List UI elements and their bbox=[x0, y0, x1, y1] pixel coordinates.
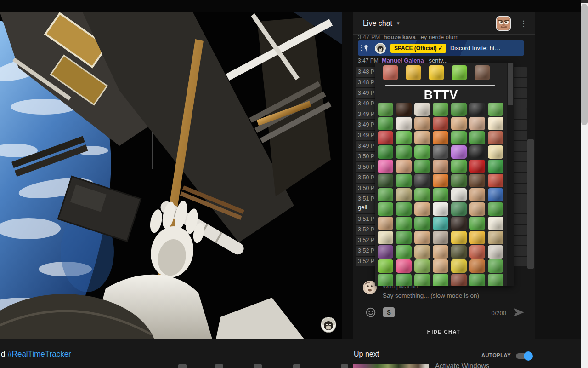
rage-red-emote[interactable] bbox=[378, 131, 393, 144]
pikachu-emote[interactable] bbox=[451, 231, 467, 244]
dancer-silhouette-emote[interactable] bbox=[469, 145, 485, 159]
devil-frog-emote[interactable] bbox=[378, 145, 393, 159]
chat-username[interactable]: houze kava bbox=[384, 34, 416, 40]
f-press-emote[interactable] bbox=[396, 188, 412, 201]
ricardo-face-emote[interactable] bbox=[488, 131, 503, 144]
next-video-thumbnail-sliver[interactable] bbox=[353, 364, 429, 368]
birb-emote-tab[interactable] bbox=[406, 65, 421, 80]
drive-frog-emote[interactable] bbox=[488, 259, 503, 273]
anime-blonde-emote[interactable] bbox=[488, 145, 503, 159]
emoji-picker-icon[interactable] bbox=[366, 307, 376, 317]
autoplay-toggle[interactable] bbox=[516, 353, 531, 359]
cap-bro-emote[interactable] bbox=[469, 202, 485, 216]
hulk-face-emote[interactable] bbox=[451, 174, 467, 187]
forsen-face-emote[interactable] bbox=[433, 259, 448, 273]
grin-guy-emote[interactable] bbox=[414, 131, 430, 144]
pistol-frog-emote[interactable] bbox=[488, 202, 503, 216]
sleep-face-emote[interactable] bbox=[414, 231, 430, 244]
coffee-cup-emote[interactable] bbox=[396, 103, 412, 116]
yellow-monster-emote[interactable] bbox=[451, 259, 467, 273]
sad-duck-emote-tab[interactable] bbox=[429, 65, 444, 80]
pinned-kebab-menu-icon[interactable]: ⋮ bbox=[358, 46, 365, 50]
send-icon[interactable] bbox=[514, 308, 525, 317]
browser-scrollbar[interactable] bbox=[581, 0, 588, 368]
think-no-emote[interactable] bbox=[469, 231, 485, 244]
popcorn-juggle-emote[interactable] bbox=[488, 217, 503, 230]
thinking-guy-emote[interactable] bbox=[414, 174, 430, 187]
chat-scrollbar-thumb[interactable] bbox=[527, 139, 534, 269]
alien-dance-emote[interactable] bbox=[378, 259, 393, 273]
clap-frog-emote[interactable] bbox=[469, 131, 485, 144]
pinned-message-banner[interactable]: SPACE (Official) ✓ Discord Invite: ht… ⋮ bbox=[358, 40, 524, 56]
share-button-sliver[interactable] bbox=[254, 364, 262, 368]
witch-peepo-emote[interactable] bbox=[451, 245, 467, 259]
okay-frog-emote[interactable] bbox=[378, 188, 393, 201]
pog-face-emote[interactable] bbox=[451, 117, 467, 130]
toilet-frog-emote[interactable] bbox=[451, 188, 467, 201]
kebab-menu-icon[interactable]: ⋮ bbox=[520, 20, 527, 28]
pog-frog-emote[interactable] bbox=[451, 131, 467, 144]
monka-stare-emote[interactable] bbox=[414, 274, 430, 286]
channel-avatar[interactable] bbox=[375, 43, 386, 54]
brick-hide-emote[interactable] bbox=[451, 274, 467, 286]
sonic-frog-emote[interactable] bbox=[488, 160, 503, 173]
laughing-frog-emote[interactable] bbox=[488, 103, 503, 116]
wheel-frog-emote[interactable] bbox=[488, 274, 503, 286]
pepega-2-emote[interactable] bbox=[433, 274, 448, 286]
point-frog-emote[interactable] bbox=[396, 274, 412, 286]
white-blob-emote[interactable] bbox=[396, 117, 412, 130]
bald-head-emote[interactable] bbox=[469, 117, 485, 130]
beret-frog-emote[interactable] bbox=[469, 274, 485, 286]
hood-peepo-emote[interactable] bbox=[414, 259, 430, 273]
gachi-purple-emote[interactable] bbox=[378, 245, 393, 259]
video-player[interactable] bbox=[0, 12, 342, 339]
hotdog-frog-emote[interactable] bbox=[414, 217, 430, 230]
gun-frog-emote[interactable] bbox=[378, 117, 393, 130]
picker-scrollbar[interactable] bbox=[507, 63, 514, 286]
pepega-frog-emote[interactable] bbox=[396, 131, 412, 144]
rain-frog-emote[interactable] bbox=[488, 188, 503, 201]
robot-frog-emote[interactable] bbox=[451, 202, 467, 216]
rage-face-emote-tab[interactable] bbox=[383, 65, 398, 80]
frog-blob-emote-tab[interactable] bbox=[452, 65, 467, 80]
ricardo-laugh-emote[interactable] bbox=[469, 245, 485, 259]
pog-frog-2-emote[interactable] bbox=[433, 188, 448, 201]
red-laugh-emote[interactable] bbox=[433, 117, 448, 130]
doge-howl-emote[interactable] bbox=[414, 245, 430, 259]
monka-frog-emote[interactable] bbox=[433, 103, 448, 116]
bongo-cat-emote[interactable] bbox=[433, 202, 448, 216]
gachi-frog-emote[interactable] bbox=[396, 202, 412, 216]
sip-frog-emote[interactable] bbox=[469, 217, 485, 230]
channel-watermark-logo[interactable] bbox=[320, 316, 337, 333]
anime-wink-emote[interactable] bbox=[488, 117, 503, 130]
anime-guy-emote-tab[interactable] bbox=[475, 65, 490, 80]
feels-bad-frog-emote[interactable] bbox=[378, 103, 393, 116]
shades-frog-emote[interactable] bbox=[396, 231, 412, 244]
hmm-frog-emote[interactable] bbox=[414, 160, 430, 173]
chat-input[interactable]: Say something... (slow mode is on) bbox=[383, 292, 479, 299]
pinned-link[interactable]: ht… bbox=[490, 45, 501, 52]
smoking-frog-emote[interactable] bbox=[396, 174, 412, 187]
crying-frog-emote[interactable] bbox=[451, 103, 467, 116]
pug-dog-emote[interactable] bbox=[433, 231, 448, 244]
harold-face-emote[interactable] bbox=[433, 245, 448, 259]
dislike-button-sliver[interactable] bbox=[215, 364, 223, 368]
browser-scrollbar-thumb[interactable] bbox=[581, 4, 588, 125]
afro-smile-emote[interactable] bbox=[469, 174, 485, 187]
like-button-sliver[interactable] bbox=[178, 364, 187, 368]
ditto-blob-emote[interactable] bbox=[451, 145, 467, 159]
doge-cap-emote[interactable] bbox=[378, 231, 393, 244]
dark-bird-emote[interactable] bbox=[378, 174, 393, 187]
nacho-face-emote[interactable] bbox=[414, 117, 430, 130]
camera-man-emote[interactable] bbox=[433, 145, 448, 159]
knife-frog-emote[interactable] bbox=[396, 145, 412, 159]
save-button-sliver[interactable] bbox=[341, 364, 348, 368]
laugh-up-emote[interactable] bbox=[396, 160, 412, 173]
hide-chat-button[interactable]: HIDE CHAT bbox=[353, 329, 535, 334]
run-frog-emote[interactable] bbox=[378, 202, 393, 216]
wave-frog-emote[interactable] bbox=[378, 274, 393, 286]
crab-emote[interactable] bbox=[469, 259, 485, 273]
orange-shock-emote[interactable] bbox=[433, 131, 448, 144]
heart-frog-emote[interactable] bbox=[396, 259, 412, 273]
red-clap-emote[interactable] bbox=[488, 174, 503, 187]
